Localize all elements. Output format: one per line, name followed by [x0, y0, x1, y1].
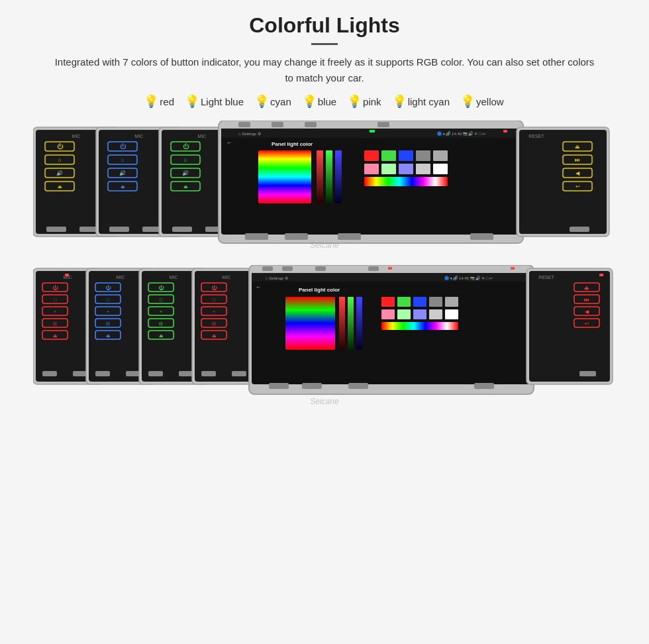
- svg-rect-69: [338, 233, 361, 240]
- svg-rect-180: [529, 271, 610, 382]
- description: Integrated with 7 colors of button indic…: [53, 54, 596, 86]
- svg-text:RESET: RESET: [528, 134, 544, 138]
- svg-rect-43: [377, 122, 389, 127]
- color-label-red: red: [160, 96, 174, 107]
- svg-text:⏻: ⏻: [120, 143, 126, 150]
- svg-rect-145: [232, 371, 246, 376]
- svg-text:MIC: MIC: [135, 134, 144, 138]
- svg-rect-129: [148, 371, 163, 376]
- svg-rect-59: [416, 150, 430, 161]
- svg-rect-169: [397, 309, 411, 319]
- svg-rect-191: [579, 371, 596, 376]
- svg-text:⏻: ⏻: [57, 143, 64, 150]
- svg-rect-48: [370, 130, 375, 133]
- bulb-cyan: 💡: [256, 94, 268, 109]
- svg-rect-172: [445, 309, 458, 319]
- svg-text:⌂: ⌂: [121, 157, 125, 163]
- color-label-cyan: cyan: [270, 96, 291, 107]
- color-item-lightblue: 💡 Light blue: [186, 94, 244, 109]
- svg-rect-173: [381, 322, 458, 330]
- svg-rect-151: [388, 267, 392, 270]
- svg-rect-114: [95, 371, 110, 376]
- page-title: Colorful Lights: [249, 13, 400, 38]
- svg-rect-165: [413, 297, 426, 307]
- svg-text:⊟: ⊟: [159, 321, 163, 326]
- svg-text:⏏: ⏏: [121, 184, 125, 189]
- svg-rect-63: [399, 164, 413, 174]
- svg-rect-159: [285, 297, 335, 350]
- svg-text:←: ←: [256, 284, 261, 290]
- svg-rect-174: [269, 383, 289, 389]
- svg-rect-166: [429, 297, 442, 307]
- svg-text:⏻: ⏻: [52, 285, 58, 291]
- color-item-cyan: 💡 cyan: [256, 94, 291, 109]
- svg-text:⌂  Settings  ⚙: ⌂ Settings ⚙: [266, 276, 288, 280]
- svg-rect-24: [109, 227, 129, 232]
- svg-rect-177: [474, 383, 494, 389]
- svg-text:⌂  Settings  ⚙: ⌂ Settings ⚙: [238, 132, 261, 136]
- svg-text:⊟: ⊟: [53, 321, 57, 326]
- color-label-yellow: yellow: [476, 96, 504, 107]
- svg-rect-182: [599, 274, 603, 276]
- color-item-pink: 💡 pink: [348, 94, 381, 109]
- svg-text:MIC: MIC: [170, 275, 178, 280]
- svg-text:⏻: ⏻: [211, 285, 217, 291]
- svg-rect-62: [381, 164, 396, 174]
- svg-text:⏻: ⏻: [105, 285, 111, 291]
- svg-text:◀: ◀: [575, 170, 580, 176]
- svg-text:Seicane: Seicane: [310, 241, 339, 250]
- svg-rect-99: [42, 371, 57, 376]
- svg-text:MIC: MIC: [117, 275, 125, 280]
- svg-text:Seicane: Seicane: [310, 397, 339, 406]
- svg-rect-61: [364, 164, 379, 174]
- bottom-panel-svg: MIC ⏻ □ + ⊟ ⏏ MIC: [33, 265, 616, 411]
- svg-rect-148: [282, 266, 293, 271]
- page: Colorful Lights Integrated with 7 colors…: [0, 0, 649, 644]
- svg-text:Panel light color: Panel light color: [272, 141, 313, 147]
- svg-text:+: +: [54, 309, 56, 314]
- svg-text:⏏: ⏏: [53, 333, 58, 338]
- svg-rect-88: [65, 274, 69, 276]
- svg-rect-130: [179, 371, 193, 376]
- svg-rect-68: [285, 233, 308, 240]
- svg-rect-57: [381, 150, 396, 161]
- svg-text:MIC: MIC: [72, 134, 81, 138]
- svg-rect-175: [302, 383, 322, 389]
- svg-text:⏭: ⏭: [575, 157, 580, 163]
- svg-rect-52: [258, 150, 311, 203]
- svg-text:⏏: ⏏: [159, 333, 164, 338]
- bulb-pink: 💡: [348, 94, 360, 109]
- svg-rect-56: [364, 150, 379, 161]
- color-label-pink: pink: [363, 96, 381, 107]
- svg-rect-147: [262, 266, 273, 271]
- svg-text:🔵 ♦ 🔗 14:40 📷 🔊 ✕ □ ↩: 🔵 ♦ 🔗 14:40 📷 🔊 ✕ □ ↩: [437, 131, 485, 136]
- svg-rect-65: [433, 164, 448, 174]
- svg-text:+: +: [107, 309, 109, 314]
- svg-rect-170: [413, 309, 426, 319]
- svg-text:🔊: 🔊: [119, 170, 126, 176]
- svg-rect-167: [445, 297, 458, 307]
- svg-rect-40: [238, 122, 250, 127]
- svg-text:⏏: ⏏: [106, 333, 111, 338]
- svg-rect-66: [364, 177, 448, 186]
- svg-rect-49: [503, 130, 507, 133]
- title-divider: [311, 43, 338, 45]
- svg-rect-54: [326, 150, 332, 203]
- svg-rect-161: [348, 297, 354, 350]
- svg-rect-67: [245, 233, 268, 240]
- svg-text:⏏: ⏏: [212, 333, 217, 338]
- svg-text:⏏: ⏏: [58, 184, 62, 189]
- top-panel-group: MIC ⏻ ⌂ 🔊 ⏏: [33, 121, 616, 253]
- svg-text:🔊: 🔊: [182, 170, 189, 176]
- svg-text:⏏: ⏏: [584, 285, 589, 291]
- color-item-blue: 💡 blue: [303, 94, 336, 109]
- bulb-blue: 💡: [303, 94, 315, 109]
- svg-text:↩: ↩: [575, 184, 580, 189]
- svg-rect-11: [46, 227, 66, 232]
- svg-rect-70: [470, 233, 493, 240]
- svg-rect-58: [399, 150, 413, 161]
- svg-rect-168: [381, 309, 395, 319]
- color-label-blue: blue: [318, 96, 336, 107]
- svg-rect-60: [433, 150, 448, 161]
- color-label-lightcyan: light cyan: [408, 96, 450, 107]
